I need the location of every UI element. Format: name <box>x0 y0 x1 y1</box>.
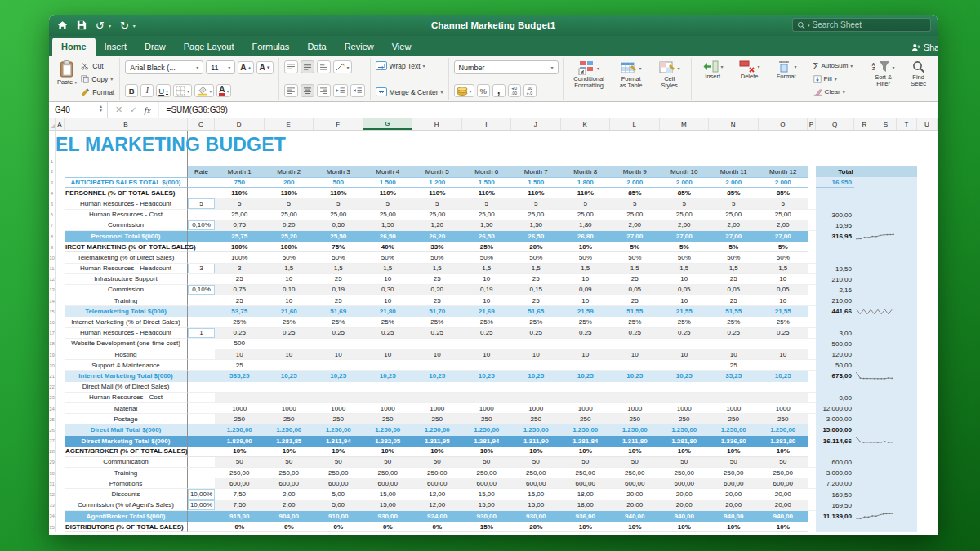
conditional-formatting-button[interactable]: ▾ ConditionalFormatting <box>569 59 609 99</box>
cell[interactable]: 10 <box>759 274 808 285</box>
cell[interactable]: 25,00 <box>561 210 611 220</box>
cell[interactable]: 50 <box>610 457 660 468</box>
select-all-corner[interactable] <box>49 118 56 130</box>
cell[interactable]: 940,00 <box>759 511 808 522</box>
column-header-B[interactable]: B <box>65 118 188 130</box>
cell[interactable]: 0% <box>215 522 265 532</box>
cell[interactable]: 1.250,00 <box>561 424 611 435</box>
cell[interactable] <box>808 447 816 457</box>
cell[interactable]: 5 <box>759 198 808 209</box>
cell[interactable]: 250,00 <box>511 468 561 478</box>
row-number[interactable]: 12 <box>49 274 56 285</box>
cell[interactable]: 10,25 <box>660 371 710 381</box>
cell[interactable]: 10,25 <box>412 371 462 381</box>
cell[interactable] <box>808 210 816 220</box>
cell[interactable] <box>363 393 413 403</box>
number-format-select[interactable]: Number▾ <box>454 60 559 74</box>
tab-draw[interactable]: Draw <box>136 38 175 56</box>
cell[interactable]: 10% <box>709 522 759 532</box>
column-header-F[interactable]: F <box>314 118 363 130</box>
cell[interactable]: 1,20 <box>412 220 462 231</box>
cell[interactable]: 1.200 <box>412 177 462 188</box>
cell[interactable]: 600,00 <box>660 478 710 489</box>
rate-cell[interactable]: 3 <box>188 264 215 274</box>
total-cell[interactable]: 169,50 <box>816 489 854 500</box>
rate-cell[interactable]: 1 <box>188 328 215 339</box>
cell[interactable] <box>561 339 611 349</box>
cell[interactable]: 12,00 <box>412 500 462 511</box>
cell[interactable] <box>56 511 65 522</box>
rate-cell[interactable]: 0,10% <box>188 220 215 231</box>
undo-dropdown-icon[interactable]: ▾ <box>109 23 111 29</box>
cell[interactable]: 110% <box>265 188 314 198</box>
row-number[interactable]: 18 <box>49 339 56 349</box>
cell[interactable]: 1.281,80 <box>759 436 808 447</box>
cell[interactable]: 10,25 <box>363 371 413 381</box>
save-icon[interactable] <box>77 20 87 30</box>
cell[interactable]: 10 <box>610 349 660 360</box>
cell[interactable]: 20,00 <box>759 500 808 511</box>
cell[interactable] <box>215 382 265 393</box>
cell[interactable] <box>808 231 816 242</box>
cell[interactable]: 5% <box>660 242 710 252</box>
row-label[interactable]: Direct Mail (% of Direct Sales) <box>65 382 188 393</box>
cell[interactable]: 0,25 <box>265 328 314 339</box>
cell[interactable]: 10% <box>759 522 808 532</box>
cell[interactable]: 250,00 <box>561 468 611 478</box>
cell[interactable]: 1000 <box>215 403 265 414</box>
cell[interactable]: 0,25 <box>363 328 413 339</box>
cell[interactable]: 21,59 <box>561 306 611 317</box>
cell[interactable]: 0,25 <box>759 328 808 339</box>
cell[interactable]: 250 <box>709 414 759 424</box>
total-cell[interactable]: 11.139,00 <box>816 511 854 522</box>
row-label[interactable]: Internet Marketing Total $(000) <box>65 371 188 381</box>
delete-cells-button[interactable]: ▾ Delete <box>733 59 766 99</box>
cell[interactable]: 10,25 <box>265 371 314 381</box>
paste-button[interactable]: Paste ▾ <box>57 59 77 99</box>
cell[interactable] <box>363 339 413 349</box>
cell[interactable]: 25 <box>709 295 759 306</box>
cell[interactable] <box>511 339 561 349</box>
cell[interactable]: 50% <box>462 252 512 263</box>
cell[interactable] <box>808 220 816 231</box>
cell[interactable]: 2,00 <box>265 489 314 500</box>
cell[interactable]: 50 <box>709 457 759 468</box>
redo-icon[interactable]: ↻ <box>120 20 129 31</box>
cell[interactable]: 5,00 <box>314 500 363 511</box>
cell[interactable]: 0,75 <box>215 220 265 231</box>
rate-cell[interactable] <box>188 360 215 371</box>
rate-cell[interactable] <box>188 177 215 188</box>
cell[interactable] <box>56 328 65 339</box>
row-label[interactable]: Agent/Broker Total $(000) <box>65 511 188 522</box>
cell[interactable]: 25% <box>511 317 561 327</box>
cell[interactable] <box>610 339 660 349</box>
cell[interactable]: 100% <box>215 252 265 263</box>
row-number[interactable]: 6 <box>49 210 56 220</box>
cell[interactable]: 1,5 <box>660 264 710 274</box>
cell[interactable]: 26,50 <box>363 231 413 242</box>
rate-cell[interactable] <box>188 306 215 317</box>
cell[interactable]: 50% <box>610 252 660 263</box>
rate-cell[interactable] <box>188 403 215 414</box>
cell[interactable]: 1.281,84 <box>561 436 611 447</box>
cell[interactable]: 25 <box>412 274 462 285</box>
cell[interactable]: 250,00 <box>363 468 413 478</box>
cell[interactable]: 0,20 <box>265 220 314 231</box>
cell[interactable]: 10 <box>363 349 413 360</box>
cell[interactable] <box>412 382 462 393</box>
merge-center-button[interactable]: Merge & Center ▾ <box>376 87 443 97</box>
cell[interactable]: 250 <box>561 414 611 424</box>
cell[interactable]: 5 <box>215 198 265 209</box>
cell[interactable]: 250 <box>215 414 265 424</box>
column-header-I[interactable]: I <box>462 118 512 130</box>
row-number[interactable]: 16 <box>49 317 56 327</box>
cell[interactable]: 600,00 <box>412 478 462 489</box>
cell[interactable]: 27,00 <box>610 231 660 242</box>
cell[interactable]: 10 <box>363 274 413 285</box>
row-number[interactable]: 15 <box>49 306 56 317</box>
cell[interactable]: 0,75 <box>215 285 265 295</box>
cell[interactable]: 500 <box>314 177 363 188</box>
total-cell[interactable] <box>816 198 854 209</box>
rate-cell[interactable] <box>188 339 215 349</box>
cell[interactable] <box>511 382 561 393</box>
